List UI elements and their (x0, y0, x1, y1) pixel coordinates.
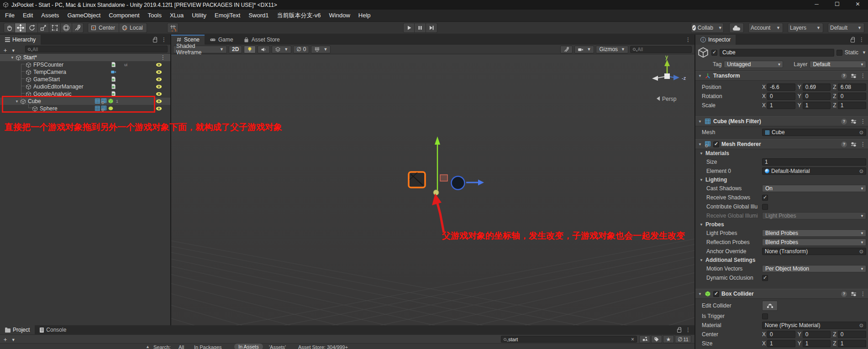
position-z-field[interactable]: 6.08 (838, 83, 866, 91)
scene-kebab-icon[interactable]: ⋮ (160, 54, 166, 61)
project-search[interactable]: × (501, 336, 637, 343)
menu-component[interactable]: Component (105, 10, 143, 21)
object-picker-icon[interactable]: ⊙ (859, 249, 863, 255)
rect-tool-button[interactable] (49, 23, 61, 33)
transform-tool-button[interactable] (61, 23, 72, 33)
orientation-gizmo[interactable]: y -z Persp (652, 54, 686, 102)
menu-tools[interactable]: Tools (144, 10, 166, 21)
menu-assets[interactable]: Assets (37, 10, 63, 21)
position-x-field[interactable]: -6.6 (767, 83, 795, 91)
tab-hierarchy[interactable]: Hierarchy (0, 35, 41, 45)
motion-vectors-dropdown[interactable]: Per Object Motion▼ (762, 265, 866, 272)
move-gizmo-plane-handle[interactable] (440, 175, 447, 181)
scene-foldout-icon[interactable]: ▼ (10, 56, 15, 60)
size-x-field[interactable]: 1 (767, 340, 795, 347)
lock-icon[interactable] (153, 39, 157, 42)
scene-effects-dropdown[interactable]: ▼ (272, 46, 291, 53)
pause-button[interactable] (415, 23, 426, 33)
hierarchy-search[interactable] (25, 46, 168, 52)
hidden-count-button[interactable]: ∅11 (675, 335, 691, 343)
grid-snap-button[interactable] (167, 23, 179, 33)
hierarchy-item-sphere[interactable]: Sphere (0, 105, 170, 112)
hierarchy-item-audioeditormanager[interactable]: AudioEditorManager (0, 83, 170, 90)
scope-assets-path[interactable]: 'Assets' (269, 344, 286, 349)
physic-material-field[interactable]: None (Physic Material)⊙ (762, 322, 866, 329)
foldout-icon[interactable]: ▼ (698, 292, 702, 296)
project-search-input[interactable] (508, 337, 629, 342)
rotation-z-field[interactable]: 0 (838, 93, 866, 100)
move-tool-button[interactable] (15, 23, 26, 33)
lighting-foldout[interactable]: ▼Lighting (695, 176, 868, 184)
presets-icon[interactable] (851, 291, 857, 297)
kebab-menu-icon[interactable]: ⋮ (685, 36, 691, 43)
create-button[interactable]: ＋ ▼ (2, 46, 16, 54)
position-y-field[interactable]: 0.69 (803, 83, 831, 91)
center-z-field[interactable]: 0 (838, 331, 866, 338)
scope-asset-store[interactable]: Asset Store: 304/999+ (298, 344, 348, 349)
tab-inspector[interactable]: iInspector (695, 35, 736, 45)
additional-settings-foldout[interactable]: ▼Additional Settings (695, 256, 868, 264)
transform-component-header[interactable]: ▼ Transform ?⋮ (695, 71, 868, 81)
object-picker-icon[interactable]: ⊙ (859, 130, 863, 135)
materials-size-field[interactable]: 1 (762, 158, 866, 166)
mesh-filter-component-header[interactable]: ▼ Cube (Mesh Filter) ?⋮ (695, 116, 868, 126)
hand-tool-button[interactable] (4, 23, 15, 33)
scene-object-sphere[interactable] (452, 177, 465, 190)
cloud-button[interactable] (729, 23, 744, 33)
visibility-eye-icon[interactable] (156, 98, 162, 104)
search-by-type-button[interactable] (639, 335, 650, 343)
scene-viewport[interactable]: y -z Persp (171, 54, 694, 325)
element0-object-field[interactable]: Default-Material⊙ (762, 167, 866, 175)
hierarchy-search-input[interactable] (32, 47, 165, 52)
scene-tools-button[interactable] (560, 46, 573, 53)
presets-icon[interactable] (851, 141, 857, 147)
scene-search-input[interactable] (637, 47, 689, 52)
account-dropdown[interactable]: Account▼ (748, 23, 783, 33)
kebab-menu-icon[interactable]: ⋮ (860, 118, 866, 125)
gizmos-dropdown[interactable]: Gizmos▼ (596, 46, 628, 53)
pivot-local-button[interactable]: Local (119, 23, 147, 33)
collapse-icon[interactable]: ▲ (146, 344, 150, 349)
kebab-menu-icon[interactable]: ⋮ (860, 73, 866, 79)
rotate-tool-button[interactable] (26, 23, 38, 33)
is-trigger-checkbox[interactable] (762, 313, 768, 319)
visibility-eye-icon[interactable] (156, 62, 162, 68)
2d-toggle-button[interactable]: 2D (229, 46, 242, 53)
presets-icon[interactable] (851, 73, 857, 79)
lock-icon[interactable] (677, 329, 681, 333)
reflection-probes-dropdown[interactable]: Blend Probes▼ (762, 239, 866, 246)
move-gizmo-x-axis[interactable] (466, 180, 484, 186)
minimize-button[interactable]: ─ (806, 0, 827, 10)
lock-icon[interactable] (851, 39, 855, 42)
help-icon[interactable]: ? (841, 119, 847, 125)
help-icon[interactable]: ? (841, 291, 847, 297)
menu-window[interactable]: Window (325, 10, 354, 21)
menu-xlua[interactable]: XLua (166, 10, 188, 21)
foldout-icon[interactable]: ▼ (698, 74, 702, 78)
kebab-menu-icon[interactable]: ⋮ (860, 291, 866, 297)
help-icon[interactable]: ? (841, 141, 847, 147)
clear-search-icon[interactable]: × (631, 336, 634, 343)
visibility-eye-icon[interactable] (156, 105, 162, 112)
object-picker-icon[interactable]: ⊙ (859, 168, 863, 174)
kebab-menu-icon[interactable]: ⋮ (859, 36, 864, 43)
collab-button[interactable]: ✓Collab▼ (691, 23, 724, 33)
contribute-gi-checkbox[interactable] (762, 204, 768, 210)
dynamic-occlusion-checkbox[interactable] (762, 275, 768, 281)
layers-dropdown[interactable]: Layers▼ (788, 23, 823, 33)
enabled-checkbox[interactable] (713, 141, 719, 147)
enabled-checkbox[interactable] (713, 291, 719, 297)
foldout-icon[interactable]: ▼ (698, 120, 702, 124)
center-x-field[interactable]: 0 (767, 331, 795, 338)
pivot-center-button[interactable]: Center (88, 23, 119, 33)
persp-label[interactable]: Persp (662, 96, 677, 102)
receive-shadows-checkbox[interactable] (762, 195, 768, 201)
shading-mode-dropdown[interactable]: Shaded Wireframe▼ (173, 46, 227, 53)
size-y-field[interactable]: 1 (803, 340, 831, 347)
pivot-point[interactable] (433, 190, 439, 195)
search-by-label-button[interactable] (651, 335, 662, 343)
menu-emojitext[interactable]: EmojiText (210, 10, 244, 21)
tab-asset-store[interactable]: Asset Store (238, 35, 285, 45)
tab-console[interactable]: Console (35, 325, 71, 334)
play-button[interactable] (403, 23, 415, 33)
